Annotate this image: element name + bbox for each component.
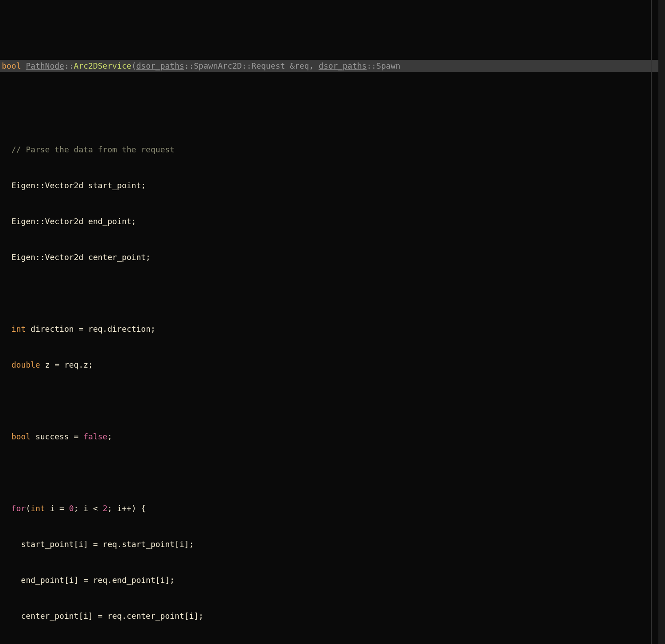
- blank-line[interactable]: [0, 108, 665, 120]
- minimap[interactable]: [658, 0, 665, 644]
- blank-line[interactable]: [0, 466, 665, 478]
- code-line[interactable]: Eigen::Vector2d center_point;: [0, 251, 665, 263]
- method-name: Arc2DService: [74, 61, 132, 70]
- function-signature-line[interactable]: bool PathNode::Arc2DService(dsor_paths::…: [0, 60, 665, 72]
- blank-line[interactable]: [0, 287, 665, 299]
- code-line[interactable]: bool success = false;: [0, 431, 665, 442]
- code-line[interactable]: int direction = req.direction;: [0, 323, 665, 335]
- code-line[interactable]: for(int i = 0; i < 2; i++) {: [0, 502, 665, 514]
- right-margin-guide: [651, 0, 652, 644]
- class-name: PathNode: [26, 61, 64, 70]
- code-line[interactable]: double z = req.z;: [0, 359, 665, 371]
- code-editor[interactable]: bool PathNode::Arc2DService(dsor_paths::…: [0, 0, 665, 644]
- blank-line[interactable]: [0, 395, 665, 407]
- return-type: bool: [2, 61, 21, 70]
- code-line[interactable]: Eigen::Vector2d end_point;: [0, 215, 665, 227]
- code-line[interactable]: end_point[i] = req.end_point[i];: [0, 574, 665, 586]
- code-line[interactable]: center_point[i] = req.center_point[i];: [0, 610, 665, 622]
- comment: // Parse the data from the request: [12, 145, 175, 154]
- code-line[interactable]: start_point[i] = req.start_point[i];: [0, 538, 665, 550]
- code-line[interactable]: // Parse the data from the request: [0, 144, 665, 155]
- code-line[interactable]: Eigen::Vector2d start_point;: [0, 179, 665, 191]
